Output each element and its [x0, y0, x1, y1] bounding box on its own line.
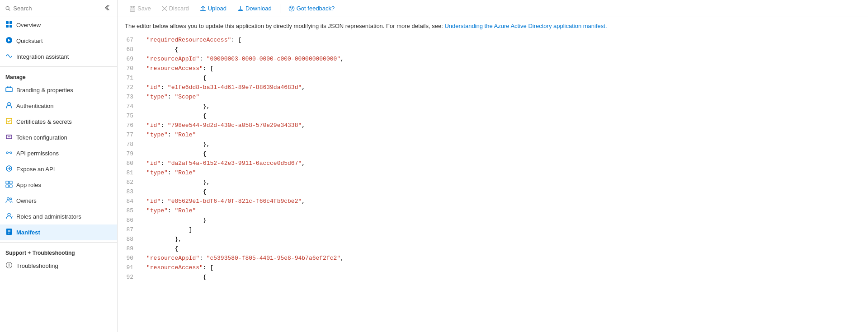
overview-icon: [5, 21, 13, 29]
code-editor: 6768697071727374757677787980818283848586…: [118, 35, 868, 282]
svg-rect-8: [6, 88, 12, 92]
expose-icon: [5, 165, 13, 173]
code-line: {: [146, 272, 861, 282]
svg-rect-31: [131, 9, 134, 10]
svg-point-29: [9, 266, 9, 267]
code-line: "type": "Scope": [146, 92, 861, 102]
sidebar-label-token-configuration: Token configuration: [16, 134, 67, 141]
sidebar-item-branding[interactable]: Branding & properties: [0, 82, 117, 98]
svg-point-13: [6, 152, 8, 154]
sidebar-item-token-configuration[interactable]: Token configuration: [0, 130, 117, 145]
code-line: {: [146, 45, 861, 54]
line-number: 71: [123, 73, 133, 83]
sidebar-item-troubleshooting[interactable]: Troubleshooting: [0, 258, 117, 274]
sidebar-label-integration: Integration assistant: [16, 53, 69, 60]
sidebar-label-expose-api: Expose an API: [16, 166, 55, 173]
nav-divider-manage: [0, 66, 117, 67]
download-button[interactable]: Download: [233, 3, 276, 14]
sidebar-item-api-permissions[interactable]: API permissions: [0, 145, 117, 161]
discard-button[interactable]: Discard: [157, 3, 193, 14]
sidebar-label-troubleshooting: Troubleshooting: [16, 262, 58, 269]
svg-point-21: [7, 198, 9, 200]
code-content[interactable]: "requiredResourceAccess": [ { "resourceA…: [139, 35, 868, 282]
code-line: "id": "e1fe6dd8-ba31-4d61-89e7-88639da46…: [146, 83, 861, 92]
discard-icon: [162, 6, 167, 11]
line-number: 74: [123, 102, 133, 111]
code-line: "type": "Role": [146, 130, 861, 140]
main-content: Save Discard Upload Download Got feedbac…: [118, 0, 868, 332]
editor-container[interactable]: 6768697071727374757677787980818283848586…: [118, 35, 868, 332]
line-number: 81: [123, 168, 133, 178]
svg-point-22: [10, 198, 12, 200]
line-number: 72: [123, 83, 133, 92]
svg-rect-4: [6, 25, 9, 28]
search-input[interactable]: [13, 5, 99, 12]
feedback-button[interactable]: Got feedback?: [284, 3, 340, 14]
sidebar-item-overview[interactable]: Overview: [0, 17, 117, 33]
sidebar-label-api-permissions: API permissions: [16, 150, 59, 157]
line-number: 73: [123, 92, 133, 102]
svg-point-35: [291, 9, 292, 10]
sidebar-item-roles-administrators[interactable]: Roles and administrators: [0, 209, 117, 224]
discard-label: Discard: [169, 5, 189, 12]
svg-rect-20: [9, 185, 12, 187]
sidebar: Overview Quickstart Integration assistan…: [0, 0, 118, 332]
search-icon: [5, 5, 10, 12]
svg-rect-18: [9, 181, 12, 184]
svg-rect-2: [6, 21, 9, 24]
toolbar-divider: [280, 4, 280, 13]
search-box: [0, 0, 117, 17]
line-number: 77: [123, 130, 133, 140]
line-number: 79: [123, 149, 133, 159]
sidebar-item-quickstart[interactable]: Quickstart: [0, 33, 117, 49]
sidebar-item-expose-api[interactable]: Expose an API: [0, 161, 117, 177]
code-line: },: [146, 140, 861, 149]
code-line: "type": "Role": [146, 206, 861, 215]
info-bar: The editor below allows you to update th…: [118, 17, 868, 35]
svg-rect-5: [9, 25, 12, 28]
code-line: },: [146, 178, 861, 187]
line-number: 84: [123, 196, 133, 206]
collapse-sidebar-button[interactable]: [102, 4, 112, 13]
line-numbers: 6768697071727374757677787980818283848586…: [118, 35, 139, 282]
line-number: 91: [123, 263, 133, 272]
manifest-link[interactable]: Understanding the Azure Active Directory…: [444, 23, 607, 29]
sidebar-item-integration-assistant[interactable]: Integration assistant: [0, 49, 117, 65]
line-number: 83: [123, 187, 133, 196]
sidebar-label-quickstart: Quickstart: [16, 37, 43, 44]
sidebar-item-owners[interactable]: Owners: [0, 193, 117, 209]
upload-button[interactable]: Upload: [195, 3, 231, 14]
quickstart-icon: [5, 37, 13, 45]
svg-point-23: [8, 213, 10, 216]
code-line: "resourceAppId": "00000003-0000-0000-c00…: [146, 54, 861, 64]
token-icon: [5, 133, 13, 142]
code-line: {: [146, 187, 861, 196]
code-line: {: [146, 73, 861, 83]
line-number: 68: [123, 45, 133, 54]
sidebar-item-authentication[interactable]: Authentication: [0, 98, 117, 114]
code-line: ]: [146, 225, 861, 234]
branding-icon: [5, 86, 13, 94]
line-number: 67: [123, 35, 133, 45]
line-number: 76: [123, 121, 133, 130]
code-line: {: [146, 244, 861, 253]
info-bar-text: The editor below allows you to update th…: [125, 23, 444, 29]
toolbar: Save Discard Upload Download Got feedbac…: [118, 0, 868, 17]
svg-line-1: [9, 9, 9, 10]
save-button[interactable]: Save: [125, 3, 156, 14]
sidebar-item-app-roles[interactable]: App roles: [0, 177, 117, 193]
line-number: 78: [123, 140, 133, 149]
feedback-icon: [288, 5, 295, 12]
support-section-label: Support + Troubleshooting: [0, 244, 117, 258]
code-line: },: [146, 102, 861, 111]
troubleshooting-icon: [5, 262, 13, 270]
feedback-label: Got feedback?: [297, 5, 335, 12]
svg-rect-19: [6, 185, 9, 187]
integration-icon: [5, 52, 13, 61]
code-line: }: [146, 215, 861, 225]
sidebar-label-app-roles: App roles: [16, 182, 41, 188]
authentication-icon: [5, 102, 13, 110]
approles-icon: [5, 181, 13, 189]
sidebar-item-manifest[interactable]: Manifest: [0, 224, 117, 240]
sidebar-item-certificates[interactable]: Certificates & secrets: [0, 114, 117, 130]
